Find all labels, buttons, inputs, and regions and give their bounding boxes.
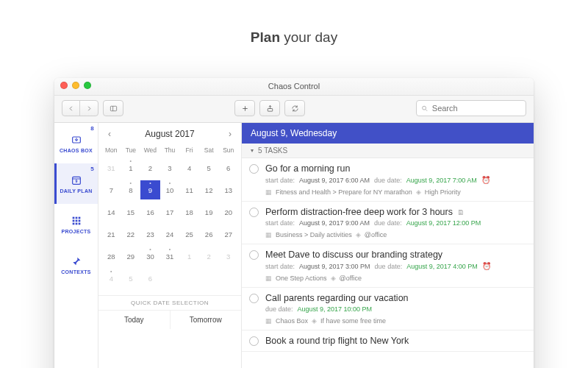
- app-window: Chaos Control 8CHAOS: [54, 78, 534, 368]
- maximize-button[interactable]: [84, 82, 91, 89]
- calendar-day[interactable]: 2: [199, 247, 219, 266]
- nav-label: CHAOS BOX: [60, 148, 93, 153]
- calendar-day[interactable]: •8: [121, 180, 141, 199]
- tag-icon: ◈: [356, 231, 361, 238]
- calendar-day[interactable]: •9: [140, 180, 160, 199]
- quick-date-today[interactable]: Today: [98, 310, 171, 329]
- tasks-panel: August 9, Wednesday ▾ 5 TASKS Go for a m…: [242, 123, 534, 368]
- sync-button[interactable]: [284, 100, 305, 116]
- calendar-day[interactable]: 26: [199, 224, 219, 244]
- calendar-day[interactable]: 28: [101, 247, 121, 266]
- calendar-day[interactable]: •10: [160, 180, 180, 199]
- minimize-button[interactable]: [72, 82, 79, 89]
- calendar-day[interactable]: 31: [101, 158, 121, 177]
- next-month-button[interactable]: ›: [223, 129, 237, 139]
- calendar-day[interactable]: 25: [179, 224, 199, 244]
- calendar-day[interactable]: 23: [140, 224, 160, 244]
- weekday-label: Sat: [199, 145, 219, 155]
- svg-rect-10: [75, 216, 77, 219]
- sidebar-icon: [110, 105, 118, 113]
- calendar-day[interactable]: •4: [101, 269, 121, 288]
- calendar-day[interactable]: 7: [101, 180, 121, 199]
- weekday-label: Fri: [179, 145, 199, 155]
- calendar-day[interactable]: 27: [218, 224, 238, 244]
- calendar-day[interactable]: 5: [199, 158, 219, 177]
- task-path: Chaos Box: [276, 317, 308, 325]
- task-checkbox[interactable]: [249, 250, 259, 260]
- chevron-right-icon: [85, 105, 93, 113]
- calendar-day[interactable]: 13: [218, 180, 238, 199]
- calendar-panel: ‹ August 2017 › MonTueWedThuFriSatSun31•…: [98, 123, 242, 368]
- add-button[interactable]: [234, 100, 255, 116]
- task-row[interactable]: Book a round trip flight to New York: [242, 330, 534, 352]
- sidebar-nav: 8CHAOS BOX59DAILY PLANPROJECTSCONTEXTS: [54, 123, 98, 368]
- close-button[interactable]: [60, 82, 68, 89]
- task-title: Meet Dave to discuss our branding strate…: [265, 250, 525, 260]
- svg-rect-12: [72, 219, 74, 222]
- search-input[interactable]: [432, 104, 521, 113]
- alarm-icon: ⏰: [481, 176, 490, 184]
- search-field[interactable]: [416, 100, 526, 116]
- calendar-day[interactable]: 18: [179, 202, 199, 222]
- nav-item-chaos-box[interactable]: 8CHAOS BOX: [54, 123, 98, 163]
- task-checkbox[interactable]: [249, 336, 259, 346]
- calendar-day[interactable]: 15: [121, 202, 141, 222]
- calendar-day[interactable]: 3: [160, 158, 180, 177]
- calendar-day[interactable]: 1: [179, 247, 199, 266]
- calendar-day[interactable]: 12: [199, 180, 219, 199]
- task-title: Book a round trip flight to New York: [265, 336, 525, 346]
- tag-icon: ◈: [331, 275, 336, 282]
- calendar-icon: 9: [71, 174, 82, 186]
- calendar-day[interactable]: •30: [140, 247, 160, 266]
- search-icon: [421, 105, 429, 113]
- nav-item-projects[interactable]: PROJECTS: [54, 204, 98, 244]
- quick-date-tomorrow[interactable]: Tomorrow: [171, 310, 242, 329]
- weekday-label: Wed: [140, 145, 160, 155]
- calendar-day[interactable]: 6: [140, 269, 160, 288]
- calendar-day[interactable]: 17: [160, 202, 180, 222]
- grid-icon: [71, 215, 82, 227]
- task-row[interactable]: Call parents regarding our vacationdue d…: [242, 288, 534, 330]
- task-checkbox[interactable]: [249, 164, 259, 174]
- note-icon: 🗎: [457, 208, 465, 216]
- forward-button[interactable]: [80, 101, 98, 116]
- calendar-day[interactable]: 14: [101, 202, 121, 222]
- nav-item-contexts[interactable]: CONTEXTS: [54, 244, 98, 285]
- calendar-day[interactable]: 5: [121, 269, 141, 288]
- calendar-day: [179, 269, 199, 288]
- back-button[interactable]: [62, 101, 80, 116]
- calendar-day[interactable]: 24: [160, 224, 180, 244]
- nav-label: CONTEXTS: [61, 269, 91, 275]
- calendar-day[interactable]: 3: [218, 247, 238, 266]
- calendar-day[interactable]: 11: [179, 180, 199, 199]
- tasks-count-row[interactable]: ▾ 5 TASKS: [242, 144, 534, 158]
- task-checkbox[interactable]: [249, 294, 259, 303]
- calendar-day[interactable]: 21: [101, 224, 121, 244]
- task-row[interactable]: Go for a morning runstart date:August 9,…: [242, 158, 534, 202]
- calendar-day[interactable]: 6: [218, 158, 238, 177]
- svg-rect-2: [268, 108, 272, 111]
- tag-icon: ◈: [312, 317, 317, 325]
- calendar-day[interactable]: 22: [121, 224, 141, 244]
- calendar-day[interactable]: •1: [121, 158, 141, 177]
- calendar-day[interactable]: 19: [199, 202, 219, 222]
- quick-date-header: QUICK DATE SELECTION: [98, 295, 241, 310]
- weekday-label: Tue: [121, 145, 141, 155]
- calendar-day[interactable]: 29: [121, 247, 141, 266]
- task-row[interactable]: Meet Dave to discuss our branding strate…: [242, 244, 534, 288]
- calendar-day[interactable]: •31: [160, 247, 180, 266]
- calendar-day[interactable]: 4: [179, 158, 199, 177]
- calendar-day[interactable]: 16: [140, 202, 160, 222]
- sidebar-toggle-button[interactable]: [103, 100, 123, 116]
- task-row[interactable]: Perform distraction-free deep work for 3…: [242, 202, 534, 244]
- share-button[interactable]: [259, 100, 280, 116]
- nav-item-daily-plan[interactable]: 59DAILY PLAN: [54, 163, 98, 204]
- task-checkbox[interactable]: [249, 208, 259, 217]
- task-path: Fitness and Health > Prepare for NY mara…: [276, 188, 412, 196]
- folder-icon: ▦: [265, 188, 272, 196]
- prev-month-button[interactable]: ‹: [103, 129, 116, 139]
- calendar-day[interactable]: 2: [140, 158, 160, 177]
- chevron-down-icon: ▾: [251, 147, 254, 154]
- svg-rect-13: [75, 219, 77, 222]
- calendar-day[interactable]: 20: [218, 202, 238, 222]
